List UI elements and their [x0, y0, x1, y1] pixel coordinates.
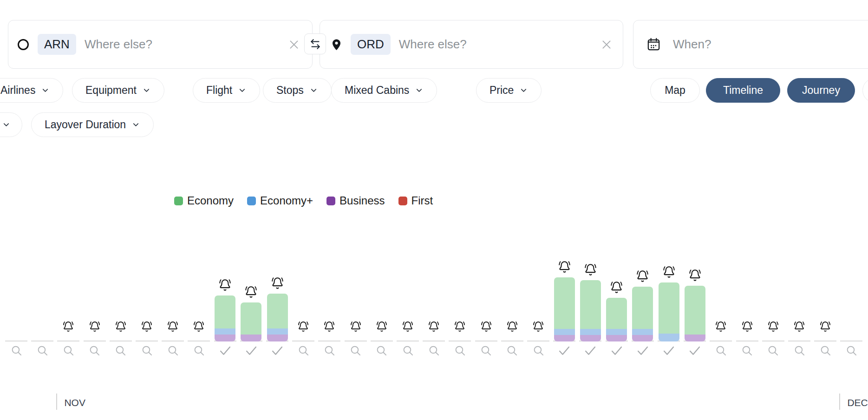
availability-bar[interactable]: [659, 282, 679, 341]
availability-bar[interactable]: [580, 280, 601, 341]
search-day-icon[interactable]: [141, 345, 153, 356]
origin-search-box[interactable]: ARN Where else?: [8, 20, 313, 69]
view-timeline-button[interactable]: Timeline: [706, 78, 780, 103]
search-day-icon[interactable]: [480, 345, 492, 356]
filter-partial-left[interactable]: [0, 112, 22, 137]
search-day-icon[interactable]: [11, 345, 22, 356]
searched-check-icon[interactable]: [636, 344, 649, 357]
bell-alert-icon[interactable]: [402, 321, 413, 332]
destination-placeholder[interactable]: Where else?: [399, 37, 467, 52]
bell-alert-icon[interactable]: [245, 286, 257, 298]
searched-check-icon[interactable]: [271, 344, 284, 357]
searched-check-icon[interactable]: [558, 344, 571, 357]
search-day-icon[interactable]: [324, 345, 335, 356]
search-day-icon[interactable]: [63, 345, 74, 356]
searched-check-icon[interactable]: [610, 344, 623, 357]
filter-flight[interactable]: Flight: [193, 78, 260, 103]
availability-bar[interactable]: [632, 287, 653, 341]
legend-item[interactable]: Economy: [174, 194, 234, 207]
legend-label: Economy: [187, 194, 234, 207]
search-day-icon[interactable]: [533, 345, 544, 356]
searched-check-icon[interactable]: [688, 344, 701, 357]
search-day-icon[interactable]: [820, 345, 831, 356]
filter-equipment[interactable]: Equipment: [72, 78, 164, 103]
destination-airport-chip[interactable]: ORD: [351, 34, 391, 55]
bell-alert-icon[interactable]: [193, 321, 204, 332]
filter-airlines[interactable]: Airlines: [0, 78, 63, 103]
availability-bar[interactable]: [215, 295, 235, 341]
legend-item[interactable]: First: [398, 194, 433, 207]
bell-alert-icon[interactable]: [663, 266, 675, 278]
bell-alert-icon[interactable]: [689, 269, 701, 282]
origin-placeholder[interactable]: Where else?: [85, 37, 152, 52]
availability-bar[interactable]: [267, 294, 288, 341]
search-day-icon[interactable]: [741, 345, 753, 356]
bell-alert-icon[interactable]: [636, 270, 649, 282]
search-day-icon[interactable]: [193, 345, 205, 356]
search-day-icon[interactable]: [794, 345, 805, 356]
availability-bar[interactable]: [606, 298, 627, 341]
origin-airport-chip[interactable]: ARN: [38, 34, 76, 55]
bell-alert-icon[interactable]: [298, 321, 309, 332]
bell-alert-icon[interactable]: [533, 321, 544, 332]
bell-alert-icon[interactable]: [350, 321, 361, 332]
bell-alert-icon[interactable]: [167, 321, 178, 332]
search-day-icon[interactable]: [846, 345, 857, 356]
searched-check-icon[interactable]: [219, 344, 232, 357]
search-day-icon[interactable]: [376, 345, 387, 356]
search-day-icon[interactable]: [506, 345, 518, 356]
view-map-button[interactable]: Map: [650, 78, 700, 103]
bell-alert-icon[interactable]: [63, 321, 74, 332]
bell-alert-icon[interactable]: [115, 321, 126, 332]
legend-item[interactable]: Business: [326, 194, 385, 207]
search-day-icon[interactable]: [767, 345, 779, 356]
availability-bar[interactable]: [554, 277, 575, 341]
bell-alert-icon[interactable]: [141, 321, 152, 332]
search-day-icon[interactable]: [350, 345, 361, 356]
bell-alert-icon[interactable]: [584, 263, 597, 276]
searched-check-icon[interactable]: [245, 344, 258, 357]
bell-alert-icon[interactable]: [376, 321, 387, 332]
date-search-box[interactable]: When?: [633, 20, 868, 69]
search-day-icon[interactable]: [298, 345, 309, 356]
search-day-icon[interactable]: [37, 345, 48, 356]
bell-alert-icon[interactable]: [324, 321, 335, 332]
date-placeholder[interactable]: When?: [673, 37, 711, 52]
search-day-icon[interactable]: [715, 345, 727, 356]
bell-alert-icon[interactable]: [219, 279, 231, 291]
bell-alert-icon[interactable]: [610, 281, 623, 294]
bell-alert-icon[interactable]: [271, 277, 284, 289]
swap-airports-button[interactable]: [304, 33, 326, 54]
bell-alert-icon[interactable]: [428, 321, 439, 332]
bell-alert-icon[interactable]: [507, 321, 518, 332]
bell-alert-icon[interactable]: [820, 321, 831, 332]
destination-clear-icon[interactable]: [600, 39, 613, 51]
search-day-icon[interactable]: [89, 345, 100, 356]
filter-price[interactable]: Price: [476, 78, 542, 103]
availability-bar[interactable]: [241, 302, 261, 341]
search-day-icon[interactable]: [115, 345, 126, 356]
searched-check-icon[interactable]: [662, 344, 675, 357]
searched-check-icon[interactable]: [584, 344, 597, 357]
bell-alert-icon[interactable]: [481, 321, 492, 332]
filter-mixed-cabins[interactable]: Mixed Cabins: [331, 78, 437, 103]
origin-clear-icon[interactable]: [288, 39, 300, 51]
search-day-icon[interactable]: [454, 345, 466, 356]
bell-alert-icon[interactable]: [454, 321, 465, 332]
search-day-icon[interactable]: [167, 345, 179, 356]
search-day-icon[interactable]: [402, 345, 414, 356]
bell-alert-icon[interactable]: [768, 321, 779, 332]
filter-layover-duration[interactable]: Layover Duration: [31, 112, 154, 137]
view-partial-button[interactable]: [862, 78, 868, 103]
view-journey-button[interactable]: Journey: [787, 78, 855, 103]
bell-alert-icon[interactable]: [742, 321, 753, 332]
bell-alert-icon[interactable]: [89, 321, 100, 332]
availability-bar[interactable]: [685, 286, 705, 341]
destination-search-box[interactable]: ORD Where else?: [320, 20, 623, 69]
filter-stops[interactable]: Stops: [263, 78, 332, 103]
legend-item[interactable]: Economy+: [247, 194, 313, 207]
bell-alert-icon[interactable]: [794, 321, 805, 332]
bell-alert-icon[interactable]: [558, 261, 571, 273]
bell-alert-icon[interactable]: [715, 321, 726, 332]
search-day-icon[interactable]: [428, 345, 440, 356]
